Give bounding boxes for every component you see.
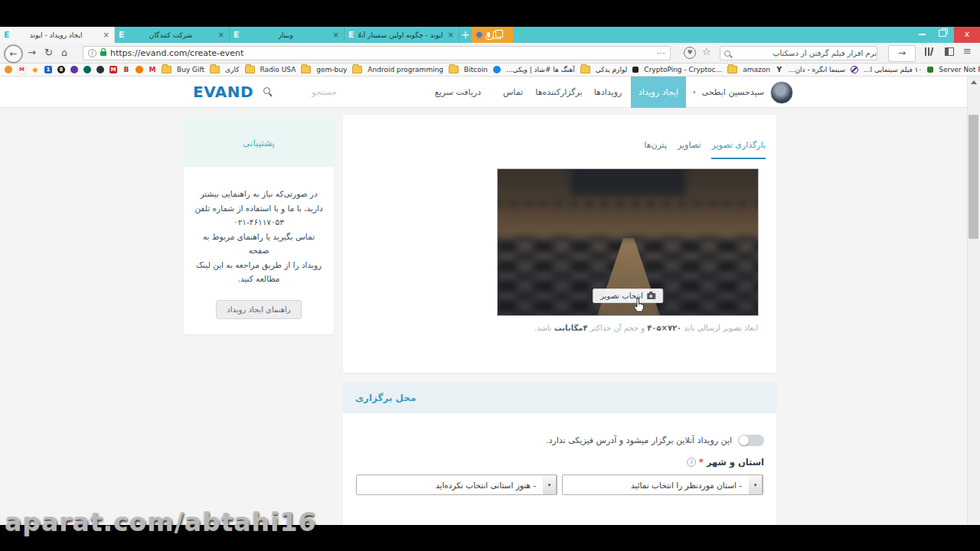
bookmark-folder[interactable]: Buy Gift [177,66,204,73]
back-button[interactable]: ← [4,44,23,64]
bookmark-favicon[interactable] [136,66,143,73]
folder-icon[interactable] [162,66,172,73]
bookmark-favicon[interactable] [83,66,91,73]
bookmark-favicon[interactable]: B [122,66,130,73]
close-tab-icon[interactable]: × [448,31,454,39]
folder-icon[interactable] [352,66,362,73]
bookmark-favicon[interactable] [927,67,933,73]
scrollbar-up-arrow[interactable] [971,80,977,84]
nav-item-create-event[interactable]: ایجاد رویداد [631,77,686,108]
choose-image-button[interactable]: انتخاب تصویر [593,289,663,303]
bookmark-item[interactable]: ۱۰ فیلم سینمایی ا... [864,66,922,73]
image-size-note: ابعاد تصویر ارسالی باید ۷۲۰×۴۰۵ و حجم آن… [534,324,758,332]
browser-search-text[interactable]: نرم افزار فیلم گرفتن از دسکتاپ [734,49,877,57]
reload-button[interactable]: ↻ [44,47,53,58]
folder-icon[interactable] [727,66,737,73]
support-text-line: تماس بگیرید یا راهنمای مربوط به صفحه [191,230,326,258]
folder-icon[interactable] [210,66,220,73]
province-city-label: استان و شهر* i [687,457,764,468]
browser-tab-participants[interactable]: E شرکت کنندگان × [115,27,230,43]
folder-icon[interactable] [301,66,311,73]
sidebar-toggle-icon[interactable] [945,47,954,56]
bookmark-favicon[interactable] [493,66,501,73]
bookmark-favicon[interactable]: 8 [57,66,65,73]
folder-icon[interactable] [580,66,590,73]
page-info-icon[interactable]: i [88,49,96,57]
bookmark-folder[interactable]: gem-buy [316,66,347,73]
microphone-icon[interactable] [487,32,490,37]
evand-favicon: E [4,30,10,40]
bookmark-favicon[interactable]: M [149,66,156,73]
bookmark-item[interactable]: سینما انگره - دان... [789,66,845,73]
bookmark-folder[interactable]: Bitcoin [464,66,488,73]
province-select[interactable]: ▾ - استان موردنظر را انتخاب نمائید [562,474,763,495]
avatar[interactable] [770,81,793,104]
evand-logo[interactable]: EVAND [193,83,253,101]
bookmark-folder[interactable]: لوازم یدکی [596,66,628,73]
tab-images[interactable]: تصاویر [678,140,701,159]
browser-tab-create-event[interactable]: E ایجاد رویداد - ایوند × [0,27,115,43]
site-search-icon[interactable] [263,87,270,94]
new-tab-button[interactable]: + [461,28,470,42]
page-actions-icon[interactable]: ⋯ [657,48,665,58]
library-icon[interactable] [925,47,926,56]
bookmark-favicon[interactable] [96,66,104,73]
bookmark-folder[interactable]: Android programming [368,66,443,73]
close-tab-icon[interactable]: × [103,31,109,39]
bookmark-favicon[interactable] [70,66,78,73]
site-search-input[interactable]: جستجو [295,77,337,108]
evand-favicon: E [348,30,354,40]
bookmark-favicon[interactable]: 1 [44,66,52,73]
bookmark-favicon[interactable] [851,66,858,73]
close-window-button[interactable]: x [954,27,980,43]
online-event-toggle[interactable] [738,435,764,446]
browser-search-field[interactable]: نرم افزار فیلم گرفتن از دسکتاپ [720,46,877,60]
required-asterisk: * [699,457,704,468]
page-scrollbar-thumb[interactable] [969,115,978,239]
create-event-guide-button[interactable]: راهنمای ایجاد رویداد [216,300,302,319]
pocket-icon[interactable]: ♥ [684,47,696,59]
url-text[interactable]: https://evand.com/create-event [110,48,652,58]
bookmark-favicon[interactable]: M [18,66,26,74]
restore-button[interactable] [939,30,946,37]
bookmark-folder[interactable]: Radio USA [260,66,296,73]
bookmark-favicon[interactable]: M [109,66,117,73]
support-title: پشتیبانی [243,138,275,148]
tab-patterns[interactable]: پترن‌ها [644,140,667,159]
folder-icon[interactable] [449,66,459,73]
tab-title: وبینار [243,31,328,39]
bookmark-star-icon[interactable]: ☆ [702,46,711,57]
nav-item-quick-ticket[interactable]: دریافت سریع بلیت [429,77,487,108]
nav-item-events[interactable]: رویدادها [590,77,626,108]
tab-upload-image[interactable]: بارگذاری تصویر [711,140,766,159]
url-bar[interactable]: i https://evand.com/create-event ⋯ [83,46,671,60]
bookmark-favicon[interactable]: Y [776,66,783,73]
home-button[interactable]: ⌂ [61,47,67,58]
bookmark-item[interactable]: CryptoPing - Cryptoc... [644,66,722,73]
bookmark-item[interactable]: Server Not Found [939,66,980,73]
firefox-icon[interactable] [475,31,484,40]
forward-button[interactable]: → [28,47,36,58]
close-tab-icon[interactable]: × [218,31,224,39]
folder-icon[interactable] [245,66,255,73]
bookmark-favicon[interactable] [5,66,12,73]
event-image-preview: انتخاب تصویر [497,168,759,316]
tab-copy-icon[interactable] [493,31,501,39]
city-select[interactable]: ▾ - هنوز استانی انتخاب نکرده‌اید [356,474,557,495]
browser-tab-webinar[interactable]: E وبینار × [230,27,345,43]
close-tab-icon[interactable]: × [333,31,339,39]
bookmark-favicon[interactable] [632,67,639,73]
bookmark-folder[interactable]: کاری [225,66,239,73]
online-event-row: این رویداد آنلاین برگزار میشود و آدرس فی… [546,435,764,446]
minimize-button[interactable] [919,34,926,35]
search-go-button[interactable]: → [888,45,916,62]
user-menu[interactable]: سیدحسین ابطحی ▾ [693,77,793,108]
info-icon[interactable]: i [687,458,696,467]
bookmark-item[interactable]: آهنگ ها #شاد | ویکی... [506,66,575,73]
nav-item-organizers[interactable]: برگزارکننده‌ها [534,77,583,108]
nav-item-contact[interactable]: تماس [498,77,528,108]
bookmark-favicon[interactable]: ◆ [31,66,39,73]
menu-hamburger-icon[interactable]: ≡ [963,45,972,57]
browser-tab-seminar[interactable]: E ایوند - چگونه اولین سمینار آنلا × [345,27,459,43]
bookmark-folder[interactable]: amazon [743,66,770,73]
